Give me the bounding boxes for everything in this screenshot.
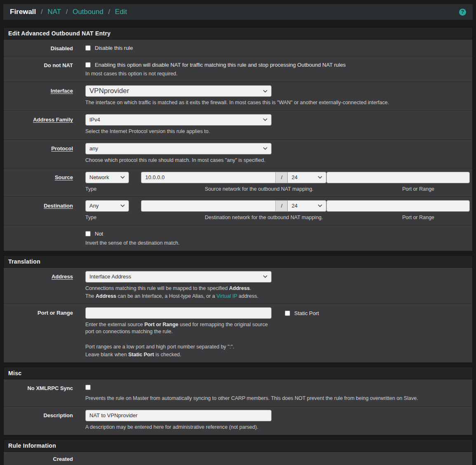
destination-type-select-value: Any — [89, 203, 98, 209]
row-disabled: Disabled Disable this rule — [4, 40, 472, 56]
chevron-down-icon — [263, 90, 267, 93]
row-description: Description A description may be entered… — [4, 407, 472, 435]
row-destination: Destination Any / 24 — [4, 197, 472, 225]
source-type-help: Type — [85, 186, 205, 192]
static-port-checkbox-label: Static Port — [294, 310, 319, 317]
breadcrumb-separator: / — [108, 8, 110, 16]
source-label: Source — [4, 172, 85, 192]
xmlrpc-checkbox[interactable] — [85, 385, 91, 390]
static-port-checkbox[interactable] — [285, 311, 290, 316]
source-type-select-value: Network — [89, 174, 109, 180]
translation-port-label: Port or Range — [4, 307, 85, 358]
row-address-family: Address Family IPv4 Select the Internet … — [4, 111, 472, 140]
description-label: Description — [4, 410, 85, 431]
source-port-input[interactable] — [326, 172, 470, 183]
translation-address-help-1: Connections matching this rule will be m… — [85, 285, 470, 292]
translation-address-help-2: The Address can be an Interface, a Host-… — [85, 293, 470, 300]
destination-mask-select-value: 24 — [291, 203, 297, 209]
source-mask-select-value: 24 — [291, 174, 297, 180]
do-not-nat-help: In most cases this option is not require… — [85, 70, 470, 77]
help-icon[interactable]: ? — [459, 9, 466, 16]
xmlrpc-label: No XMLRPC Sync — [4, 383, 85, 402]
translation-port-help-2: Port ranges are a low port and high port… — [85, 343, 277, 351]
do-not-nat-checkbox[interactable] — [85, 62, 91, 68]
breadcrumb-separator: / — [66, 8, 68, 16]
interface-select[interactable]: VPNprovider — [85, 85, 272, 97]
panel-misc: Misc No XMLRPC Sync Prevents the rule on… — [3, 367, 473, 435]
breadcrumb-link-nat[interactable]: NAT — [48, 8, 61, 16]
source-type-select[interactable]: Network — [85, 172, 129, 183]
do-not-nat-checkbox-label: Enabling this option will disable NAT fo… — [95, 62, 346, 68]
source-network-input[interactable] — [141, 172, 275, 183]
destination-port-input[interactable] — [326, 200, 470, 212]
virtual-ip-link[interactable]: Virtual IP — [216, 293, 237, 299]
protocol-help: Choose which protocol this rule should m… — [85, 157, 470, 164]
interface-help: The interface on which traffic is matche… — [85, 99, 470, 106]
panel-title: Misc — [4, 367, 472, 379]
created-value — [85, 456, 470, 463]
breadcrumb-separator: / — [41, 8, 43, 16]
destination-network-help: Destination network for the outbound NAT… — [205, 214, 390, 221]
row-translation-address: Address Interface Address Connections ma… — [4, 268, 472, 304]
disabled-checkbox-label: Disable this rule — [95, 45, 133, 51]
row-translation-port: Port or Range Static Port Enter the exte… — [4, 304, 472, 362]
panel-rule-information: Rule Information Created Updated — [3, 439, 473, 465]
chevron-down-icon — [263, 147, 267, 150]
protocol-select[interactable]: any — [85, 143, 272, 154]
chevron-down-icon — [120, 204, 125, 207]
destination-type-select[interactable]: Any — [85, 200, 129, 212]
not-checkbox[interactable] — [85, 231, 91, 236]
translation-port-input[interactable] — [85, 307, 272, 319]
panel-title: Edit Advanced Outbound NAT Entry — [4, 28, 472, 40]
row-do-not-nat: Do not NAT Enabling this option will dis… — [4, 56, 472, 82]
protocol-label: Protocol — [4, 143, 85, 164]
translation-address-select[interactable]: Interface Address — [85, 271, 272, 283]
breadcrumb-link-outbound[interactable]: Outbound — [73, 8, 103, 16]
address-family-select-value: IPv4 — [89, 117, 100, 123]
chevron-down-icon — [263, 118, 267, 121]
xmlrpc-help: Prevents the rule on Master from automat… — [85, 395, 470, 402]
panel-translation: Translation Address Interface Address Co… — [3, 255, 473, 363]
created-label: Created — [4, 456, 85, 463]
chevron-down-icon — [263, 275, 267, 278]
chevron-down-icon — [318, 176, 322, 179]
description-help: A description may be entered here for ad… — [85, 424, 470, 431]
top-navbar: Firewall / NAT / Outbound / Edit ? — [3, 4, 473, 20]
not-checkbox-label: Not — [95, 231, 103, 237]
breadcrumb-link-edit[interactable]: Edit — [115, 8, 127, 16]
protocol-select-value: any — [89, 145, 98, 152]
row-interface: Interface VPNprovider The interface on w… — [4, 82, 472, 111]
chevron-down-icon — [318, 204, 322, 207]
translation-address-select-value: Interface Address — [89, 273, 131, 280]
address-family-help: Select the Internet Protocol version thi… — [85, 128, 470, 135]
source-mask-select[interactable]: 24 — [288, 172, 326, 183]
disabled-checkbox[interactable] — [85, 45, 91, 51]
interface-label: Interface — [4, 85, 85, 106]
row-protocol: Protocol any Choose which protocol this … — [4, 140, 472, 168]
destination-mask-select[interactable]: 24 — [288, 200, 326, 212]
page: Firewall / NAT / Outbound / Edit ? Edit … — [0, 0, 476, 465]
breadcrumb: Firewall / NAT / Outbound / Edit — [10, 8, 127, 16]
chevron-down-icon — [120, 176, 125, 179]
address-family-select[interactable]: IPv4 — [85, 114, 272, 126]
translation-port-help-3: Leave blank when Static Port is checked. — [85, 351, 277, 358]
interface-select-value: VPNprovider — [89, 87, 129, 95]
destination-mask-separator: / — [275, 200, 288, 212]
do-not-nat-label: Do not NAT — [4, 60, 85, 77]
source-network-help: Source network for the outbound NAT mapp… — [205, 186, 390, 192]
description-input[interactable] — [85, 410, 272, 421]
address-family-label: Address Family — [4, 114, 85, 135]
source-port-help: Port or Range — [402, 186, 470, 192]
panel-title: Rule Information — [4, 440, 472, 452]
destination-network-input[interactable] — [141, 200, 275, 212]
panel-edit-nat-entry: Edit Advanced Outbound NAT Entry Disable… — [3, 27, 473, 251]
destination-type-help: Type — [85, 214, 205, 221]
row-not: Not Invert the sense of the destination … — [4, 225, 472, 250]
destination-port-help: Port or Range — [402, 214, 470, 221]
row-created: Created — [4, 452, 472, 465]
disabled-label: Disabled — [4, 43, 85, 52]
not-label-spacer — [4, 229, 85, 246]
row-xmlrpc: No XMLRPC Sync Prevents the rule on Mast… — [4, 379, 472, 407]
not-help: Invert the sense of the destination matc… — [85, 240, 470, 247]
breadcrumb-firewall: Firewall — [10, 8, 36, 16]
